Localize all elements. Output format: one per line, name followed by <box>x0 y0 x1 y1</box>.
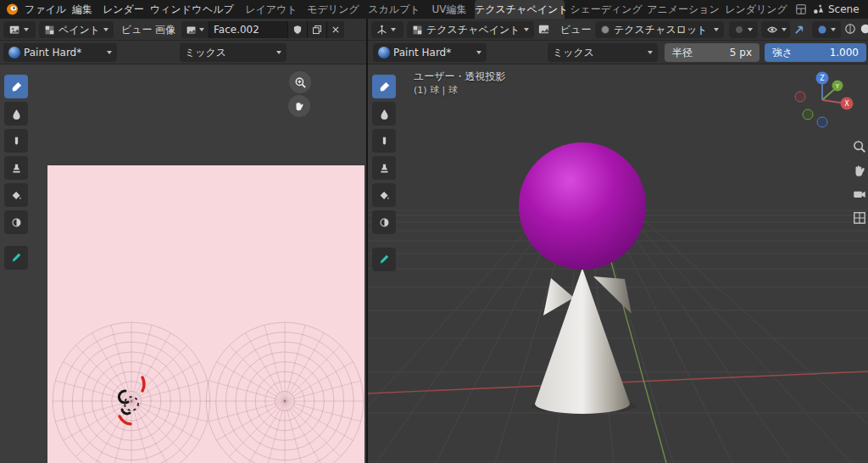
tool-annotate-button[interactable] <box>372 248 396 271</box>
texture-paint-mode-icon <box>412 25 423 36</box>
overlays-icon[interactable] <box>844 23 856 35</box>
character-figure <box>519 142 646 414</box>
workspace-tab-uv[interactable]: UV編集 <box>426 0 473 19</box>
editors-menu-icon[interactable] <box>795 3 807 15</box>
blend-mode-dropdown-right[interactable]: ミックス <box>548 43 658 62</box>
tool-annotate-button[interactable] <box>4 246 28 270</box>
chevron-down-icon <box>24 28 29 31</box>
menu-edit[interactable]: 編集 <box>68 0 97 19</box>
workspace-tab-sculpt[interactable]: スカルプト <box>366 0 422 19</box>
paint-mode-dropdown[interactable]: ペイント <box>39 21 114 38</box>
tool-mask-button[interactable] <box>4 210 28 234</box>
paint-canvas[interactable] <box>47 165 364 463</box>
axis-neg-y-ball <box>803 109 813 120</box>
blue-sphere-icon <box>817 25 827 35</box>
pan-hand-button[interactable] <box>288 95 310 117</box>
zoom-icon[interactable] <box>852 139 867 154</box>
blend-mode-dropdown-left[interactable]: ミックス <box>180 43 287 62</box>
sphere-icon <box>600 25 610 35</box>
browse-image-button[interactable] <box>181 21 209 38</box>
zoom-button[interactable] <box>289 71 311 93</box>
menu-render[interactable]: レンダー <box>98 0 148 19</box>
editor-3d-viewport-icon <box>376 25 387 36</box>
clone-stamp-icon <box>379 163 390 174</box>
fake-user-button[interactable] <box>288 21 307 38</box>
ortho-grid-icon[interactable] <box>852 210 867 226</box>
workspace-tab-animation[interactable]: アニメーション <box>646 0 721 19</box>
tool-draw-button[interactable] <box>4 75 28 98</box>
solid-shading-icon[interactable] <box>860 23 868 35</box>
material-circle-dropdown[interactable] <box>729 21 758 38</box>
annotate-pencil-icon <box>10 252 22 264</box>
menu-window[interactable]: ウィンドウ <box>146 0 206 19</box>
clone-stamp-icon <box>11 163 22 174</box>
scene-selector[interactable]: Scene <box>824 0 864 19</box>
texture-slot-dropdown[interactable]: テクスチャスロット <box>595 21 724 38</box>
workspace-tab-layout[interactable]: レイアウト <box>244 0 298 19</box>
axis-neg-x-ball <box>795 92 805 102</box>
smear-finger-icon <box>11 136 22 147</box>
camera-view-icon[interactable] <box>852 187 867 202</box>
image-datablock: Face.002 <box>181 21 344 38</box>
droplet-icon <box>11 109 22 120</box>
viewport-view-menu[interactable]: ビュー <box>556 21 596 38</box>
menu-file[interactable]: ファイル <box>20 0 70 19</box>
unlink-image-button[interactable] <box>327 21 344 38</box>
strength-slider[interactable]: 強さ 1.000 <box>765 43 866 62</box>
shield-icon <box>292 25 303 35</box>
viewport-body[interactable]: ユーザー・透視投影 (1) 球 | 球 Z Y X <box>368 64 868 463</box>
tool-fill-button[interactable] <box>372 183 396 207</box>
tool-clone-button[interactable] <box>372 156 396 180</box>
svg-text:Y: Y <box>835 83 840 90</box>
image-icon[interactable] <box>537 23 550 36</box>
brush-name-label: Paint Hard* <box>393 47 473 59</box>
snap-arrow-icon[interactable] <box>793 23 806 36</box>
fill-bucket-icon <box>379 190 390 201</box>
image-editor-icon <box>8 24 20 36</box>
chevron-down-icon <box>391 28 396 31</box>
droplet-icon <box>379 109 390 120</box>
tool-clone-button[interactable] <box>4 156 28 180</box>
navigation-gizmo[interactable]: Z Y X <box>793 68 865 139</box>
editor-type-image-button[interactable] <box>3 21 36 38</box>
tool-smear-button[interactable] <box>4 129 28 153</box>
tool-soften-button[interactable] <box>372 102 396 126</box>
image-editor-body <box>0 64 366 463</box>
brush-selector-right[interactable]: Paint Hard* <box>373 43 487 62</box>
image-icon <box>186 25 197 36</box>
smear-finger-icon <box>379 136 390 147</box>
chevron-down-icon <box>782 28 787 31</box>
blender-logo-icon[interactable] <box>5 3 19 16</box>
chevron-down-icon <box>714 28 719 31</box>
texture-paint-mode-dropdown[interactable]: テクスチャペイント <box>407 21 534 38</box>
radius-slider-right[interactable]: 半径 5 px <box>665 43 760 62</box>
brush-preview-icon <box>8 47 20 59</box>
brush-name-label: Paint Hard* <box>24 47 103 59</box>
chevron-down-icon <box>748 28 753 31</box>
chevron-down-icon <box>476 51 481 54</box>
tool-mask-button[interactable] <box>372 210 396 234</box>
axis-neg-z-ball <box>817 117 827 127</box>
brush-preview-icon <box>378 47 390 59</box>
workspace-tab-texture-paint[interactable]: テクスチャペイント <box>475 0 565 19</box>
image-editor-image-menu[interactable]: 画像 <box>151 21 180 38</box>
brush-selector-left[interactable]: Paint Hard* <box>3 43 117 62</box>
workspace-tab-shading[interactable]: シェーディング <box>568 0 644 19</box>
menu-help[interactable]: ヘルプ <box>198 0 238 19</box>
workspace-tab-modeling[interactable]: モデリング <box>303 0 363 19</box>
eye-icon <box>766 24 778 36</box>
duplicate-image-button[interactable] <box>308 21 326 38</box>
magnifier-plus-icon <box>294 76 307 89</box>
tool-fill-button[interactable] <box>4 183 28 207</box>
pan-hand-icon[interactable] <box>852 163 867 178</box>
image-name-field[interactable]: Face.002 <box>209 21 287 38</box>
tool-soften-button[interactable] <box>4 102 28 126</box>
viewport-tool-settings: Paint Hard* ミックス 半径 5 px 強さ 1.000 <box>368 41 868 64</box>
editor-type-3d-button[interactable] <box>371 21 403 38</box>
visibility-dropdown[interactable] <box>761 21 790 38</box>
active-object-overlay: (1) 球 | 球 <box>414 84 458 97</box>
workspace-tab-rendering[interactable]: レンダリング <box>722 0 790 19</box>
tool-smear-button[interactable] <box>372 129 396 153</box>
tool-draw-button[interactable] <box>372 75 396 98</box>
shading-sphere-dropdown[interactable] <box>812 21 841 38</box>
